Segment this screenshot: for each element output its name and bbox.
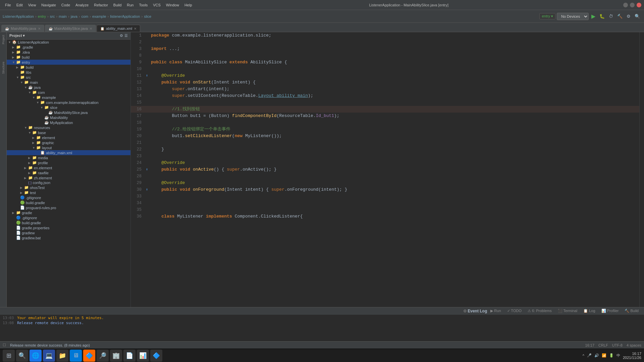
tree-item-mainability[interactable]: ☕ MainAbility [7,115,130,120]
build-button[interactable]: 🔨 [616,13,624,19]
tree-item-gitignore-root[interactable]: 🔵 .gitignore [7,215,130,220]
menu-help[interactable]: Help [182,2,195,8]
menu-analyze[interactable]: Analyze [73,2,91,8]
taskbar-app6-icon[interactable]: 🔷 [150,350,162,362]
menu-edit[interactable]: Edit [14,2,25,8]
menu-build[interactable]: Build [111,2,124,8]
sidebar-project-icon[interactable]: Project [1,34,6,46]
tree-item-proguard[interactable]: 📄 proguard-rules.pro [7,205,130,210]
menu-file[interactable]: File [3,2,13,8]
tree-item-build-gradle-entry[interactable]: 🟢 build.gradle [7,200,130,205]
tray-chevron[interactable]: ^ [583,354,584,358]
tree-item-myapplication[interactable]: ☕ MyApplication [7,120,130,125]
menu-tools[interactable]: Tools [137,2,150,8]
status-encoding[interactable]: UTF-8 [612,343,623,347]
tree-item-base[interactable]: ▼ 📁 base [7,130,130,135]
breadcrumb-main[interactable]: main [59,14,67,18]
tab-todo[interactable]: ✓ TODO [504,308,524,314]
tree-item-en-element[interactable]: ▶ 📁 en.element [7,165,130,170]
menu-vcs[interactable]: VCS [151,2,163,8]
tree-item-libs[interactable]: 📁 libs [7,70,130,75]
tree-item-gradle[interactable]: ▶ 📁 .gradle [7,45,130,50]
status-line-sep[interactable]: CRLF [598,343,608,347]
tree-item-build-root[interactable]: ▶ 📁 build [7,55,130,60]
breadcrumb-entry[interactable]: entry [38,14,46,18]
taskbar-app5-icon[interactable]: 📊 [137,350,149,362]
close-tab-xml-icon[interactable]: ✕ [134,27,137,31]
tree-item-ohostest[interactable]: ▶ 📁 ohosTest [7,185,130,190]
tree-item-test[interactable]: ▶ 📁 test [7,190,130,195]
tree-item-gitignore-entry[interactable]: 🔵 .gitignore [7,195,130,200]
breadcrumb-java[interactable]: java [71,14,77,18]
tree-item-build-gradle-root[interactable]: 🟢 build.gradle [7,220,130,225]
tree-item-entry-build[interactable]: ▶ 📁 build [7,65,130,70]
tree-item-listenerapplication[interactable]: ▼ 📁 com.example.listenerapplication [7,100,130,105]
tray-network-icon[interactable]: 📶 [602,353,606,358]
taskbar-start-button[interactable]: ⊞ [3,350,15,362]
profile-button[interactable]: ⏱ [607,13,614,19]
maximize-button[interactable] [630,3,635,7]
tab-main-ability[interactable]: ☕ MainAbility.java ✕ [1,25,44,32]
tab-problems[interactable]: ⚠ 6: Problems [525,308,554,314]
tree-item-media[interactable]: ▶ 📁 media [7,155,130,160]
status-indent[interactable]: 4 spaces [627,343,641,347]
tab-terminal[interactable]: ⬛ Terminal [555,308,580,314]
menu-window[interactable]: Window [164,2,181,8]
taskbar-deveco-icon[interactable]: 💻 [43,350,55,362]
tree-item-layout[interactable]: ▼ 📁 layout [7,145,130,150]
taskbar-app2-icon[interactable]: 🔎 [97,350,109,362]
taskbar-app3-icon[interactable]: 🏢 [110,350,122,362]
taskbar-app4-icon[interactable]: 📄 [123,350,136,362]
breadcrumb-src[interactable]: src [50,14,55,18]
taskbar-app1-icon[interactable]: 🔷 [83,350,95,362]
tree-item-gradle-root[interactable]: ▶ 📁 gradle [7,210,130,215]
tree-item-element[interactable]: ▶ 📁 element [7,135,130,140]
tree-item-slice[interactable]: ▼ 📁 slice [7,105,130,110]
tab-log[interactable]: 📋 Log [581,308,598,314]
tab-build[interactable]: 🔨 Build [622,308,641,314]
tree-item-resources[interactable]: ▼ 📁 resources [7,125,130,130]
tray-lang-icon[interactable]: 中 [616,353,620,358]
tree-item-gradlew-bat[interactable]: 📄 gradlew.bat [7,235,130,240]
breadcrumb-slice[interactable]: slice [144,14,151,18]
debug-button[interactable]: 🐛 [598,13,606,19]
breadcrumb-project[interactable]: ListenerApplication [3,14,34,18]
taskbar-terminal-icon[interactable]: 🖥 [70,350,82,362]
menu-code[interactable]: Code [59,2,72,8]
tree-item-ability-main-xml[interactable]: 📋 ability_main.xml [7,150,130,155]
menu-navigate[interactable]: Navigate [39,2,58,8]
tree-item-entry[interactable]: ▼ 📁 entry [7,60,130,65]
tab-run[interactable]: ▶ Run [488,308,503,314]
tree-item-main[interactable]: ▼ 📁 main [7,80,130,85]
status-position[interactable]: 16:17 [585,343,595,347]
close-tab-icon-2[interactable]: ✕ [90,27,92,31]
project-gear2-icon[interactable]: ☰ [124,34,128,38]
device-selector[interactable]: No Devices [557,13,589,20]
search-button[interactable]: 🔍 [633,13,641,19]
tree-item-zh-element[interactable]: ▶ 📁 zh.element [7,175,130,180]
breadcrumb-example[interactable]: example [92,14,106,18]
tray-battery-icon[interactable]: 🔋 [609,353,614,358]
tree-item-example[interactable]: ▼ 📁 example [7,95,130,100]
minimize-button[interactable] [623,3,628,7]
taskbar-browser-icon[interactable]: 🌐 [30,350,42,362]
project-gear-icon[interactable]: ⚙ [120,34,123,38]
menu-bar[interactable]: File Edit View Navigate Code Analyze Ref… [3,2,195,8]
tree-item-graphic[interactable]: ▶ 📁 graphic [7,140,130,145]
tab-ability-main-xml[interactable]: 📋 ability_main.xml ✕ [97,25,140,32]
tree-item-src[interactable]: ▼ 📁 src [7,75,130,80]
taskbar-search-icon[interactable]: 🔍 [16,350,28,362]
tree-item-idea[interactable]: ▶ 📁 .idea [7,50,130,55]
event-log-label[interactable]: Event Log [468,309,487,313]
close-tab-icon[interactable]: ✕ [38,27,41,31]
menu-refactor[interactable]: Refactor [92,2,110,8]
tab-main-ability-slice[interactable]: ☕ MainAbilitySlice.java ✕ [45,25,96,32]
menu-view[interactable]: View [26,2,39,8]
tree-item-mainabilityslice-file[interactable]: ☕ MainAbilitySlice.java [7,110,130,115]
breadcrumb-listenerapp[interactable]: listenerApplication [110,14,140,18]
tree-item-com[interactable]: ▼ 📁 com [7,90,130,95]
taskbar-filemanager-icon[interactable]: 📁 [56,350,68,362]
status-checkbox[interactable]: ☐ [3,343,6,347]
window-controls[interactable] [623,3,641,7]
tree-item-profile[interactable]: ▶ 📁 profile [7,160,130,165]
